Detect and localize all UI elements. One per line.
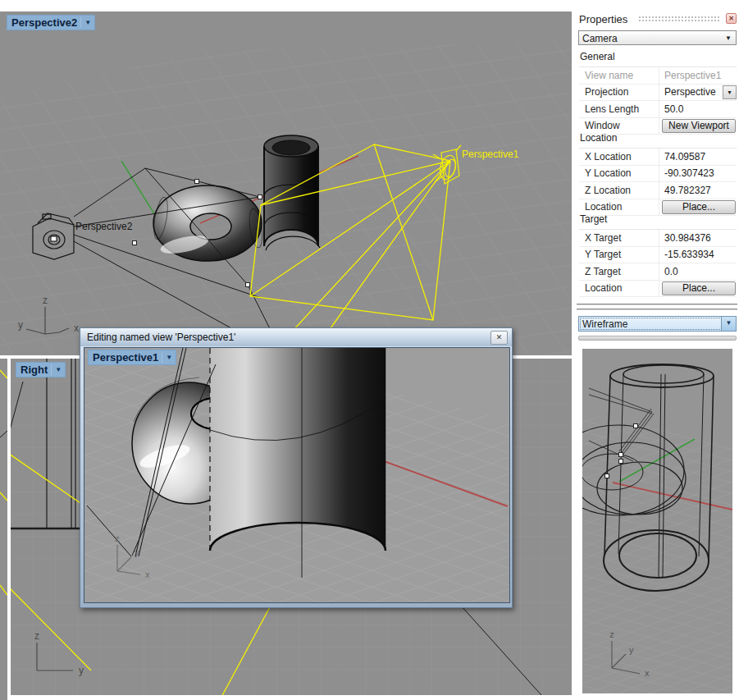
viewport-title-right[interactable]: Right ▼ [16, 362, 66, 377]
close-icon: ✕ [496, 333, 503, 341]
dialog-viewport-perspective1[interactable]: Perspective1 ▼ [84, 347, 510, 603]
place-target-button[interactable]: Place... [662, 281, 736, 295]
row-view-name: View name Perspective1 [579, 67, 737, 85]
properties-page-value: Camera [582, 33, 618, 44]
row-label: View name [579, 70, 659, 81]
axis-y-label: y [79, 665, 84, 676]
row-value-cell: Place... [659, 281, 737, 297]
axis-z-label: z [115, 533, 120, 543]
panel-divider-bar [578, 336, 737, 341]
scene-perspective1-shaded[interactable]: z y x [84, 348, 509, 602]
row-x-target: X Target 30.984376 [579, 230, 737, 247]
axis-x-label: x [74, 323, 79, 334]
row-label: Location [579, 201, 659, 213]
panel-splitter[interactable] [577, 304, 737, 310]
place-location-button[interactable]: Place... [662, 200, 736, 214]
display-mode-value: Wireframe [582, 318, 627, 330]
row-z-location: Z Location 49.782327 [579, 182, 737, 199]
row-y-target: Y Target -15.633934 [579, 247, 737, 264]
wireframe-preview-viewport[interactable]: z y x [582, 349, 732, 693]
z-location-field[interactable]: 49.782327 [659, 182, 737, 199]
section-location-label: Location [579, 132, 737, 148]
section-target-label: Target [579, 213, 737, 229]
viewport-left-sliver[interactable] [0, 359, 7, 700]
row-label: X Location [579, 151, 659, 162]
properties-page-select[interactable]: Camera ▼ [578, 30, 737, 45]
properties-title: Properties [579, 13, 627, 25]
panel-grip[interactable] [638, 16, 720, 23]
scene-wireframe-preview: z y x [582, 349, 732, 693]
dialog-close-button[interactable]: ✕ [490, 331, 508, 345]
chevron-down-icon: ▼ [725, 34, 732, 42]
row-label: Projection [579, 86, 659, 98]
section-location: Location X Location 74.09587 Y Location … [579, 132, 737, 216]
row-label: Y Location [579, 167, 659, 179]
row-projection: Projection Perspective ▼ [579, 85, 737, 102]
z-target-field[interactable]: 0.0 [659, 263, 737, 280]
axis-z-label: z [609, 629, 614, 639]
row-label: Window [579, 120, 659, 131]
section-general-label: General [579, 51, 737, 66]
dialog-titlebar[interactable]: Editing named view 'Perspective1' ✕ [80, 328, 512, 346]
row-label: Y Target [579, 249, 659, 260]
chevron-down-icon[interactable]: ▼ [723, 85, 737, 99]
axis-y-label: y [629, 645, 634, 655]
dialog-title: Editing named view 'Perspective1' [87, 332, 235, 343]
display-mode-select[interactable]: Wireframe ▼ [578, 316, 737, 332]
row-z-target: Z Target 0.0 [579, 263, 737, 281]
viewport-perspective2[interactable]: Perspective2 ▼ [0, 11, 572, 355]
viewport-title-perspective2[interactable]: Perspective2 ▼ [7, 15, 95, 30]
row-label: Z Location [579, 185, 659, 196]
section-general: General View name Perspective1 Projectio… [579, 51, 737, 135]
row-label: Lens Length [579, 103, 659, 115]
row-label: Location [579, 282, 659, 294]
row-target-place: Location Place... [579, 281, 737, 298]
row-lens-length: Lens Length 50.0 [579, 101, 737, 118]
chevron-down-icon[interactable]: ▼ [162, 352, 172, 363]
chevron-down-icon[interactable]: ▼ [51, 364, 62, 375]
x-target-field[interactable]: 30.984376 [659, 230, 737, 246]
axis-y-label: y [135, 547, 139, 557]
axis-z-label: z [43, 295, 48, 306]
sliver-lines [0, 359, 7, 700]
viewport-title-label: Right [21, 364, 48, 376]
viewport-title-perspective1[interactable]: Perspective1 ▼ [88, 350, 176, 365]
viewport-title-label: Perspective1 [93, 351, 158, 364]
axis-y-label: y [18, 319, 23, 331]
viewport-title-label: Perspective2 [11, 16, 77, 29]
camera1-label: Perspective1 [462, 149, 519, 160]
chevron-down-icon[interactable]: ▼ [80, 17, 91, 28]
row-label: X Target [579, 232, 659, 244]
y-location-field[interactable]: -90.307423 [659, 166, 737, 182]
row-label: Z Target [579, 266, 659, 277]
axis-x-label: x [145, 570, 150, 579]
lens-length-field[interactable]: 50.0 [659, 101, 737, 117]
edit-named-view-dialog[interactable]: Editing named view 'Perspective1' ✕ Pers… [80, 327, 513, 608]
properties-header: Properties ✕ [579, 13, 737, 25]
row-y-location: Y Location -90.307423 [579, 166, 737, 183]
axis-z-label: z [34, 630, 39, 642]
x-location-field[interactable]: 74.09587 [659, 149, 737, 165]
view-name-value: Perspective1 [659, 67, 737, 84]
chevron-down-icon[interactable]: ▼ [721, 317, 736, 331]
projection-value: Perspective [664, 86, 716, 98]
row-x-location: X Location 74.09587 [579, 149, 737, 166]
rhino-app-window: { "icons": { "dropdown": "▼", "close": "… [0, 0, 739, 700]
properties-close-button[interactable]: ✕ [726, 13, 737, 24]
new-viewport-button[interactable]: New Viewport [662, 119, 736, 133]
axis-x-label: x [645, 668, 650, 678]
camera2-label: Perspective2 [75, 221, 133, 232]
close-icon: ✕ [728, 15, 734, 22]
y-target-field[interactable]: -15.633934 [659, 247, 737, 263]
scene-perspective2[interactable]: Perspective2 Perspective1 z y x [0, 11, 572, 355]
section-target: Target X Target 30.984376 Y Target -15.6… [579, 213, 737, 297]
projection-select[interactable]: Perspective ▼ [659, 85, 737, 101]
